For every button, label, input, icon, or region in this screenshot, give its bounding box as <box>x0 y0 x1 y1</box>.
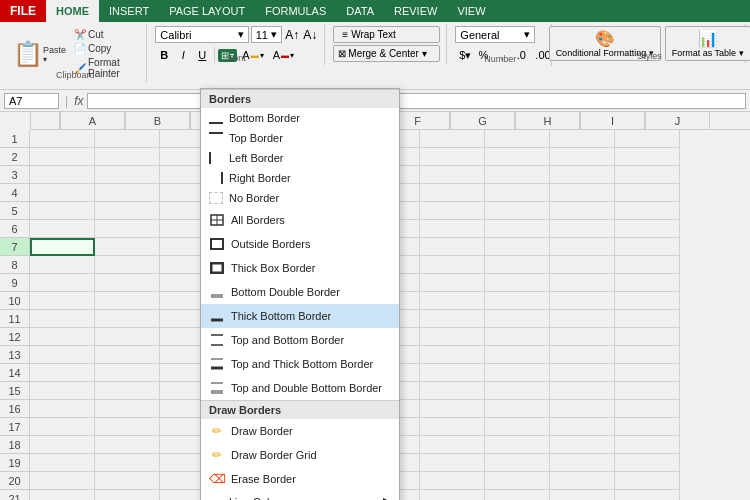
cell-H12[interactable] <box>485 328 550 346</box>
cell-G11[interactable] <box>420 310 485 328</box>
tab-review[interactable]: REVIEW <box>384 0 447 22</box>
cell-H15[interactable] <box>485 382 550 400</box>
cell-B2[interactable] <box>95 148 160 166</box>
cell-J21[interactable] <box>615 490 680 500</box>
draw-border-grid-item[interactable]: ✏ Draw Border Grid <box>201 443 399 467</box>
cell-J15[interactable] <box>615 382 680 400</box>
cell-B5[interactable] <box>95 202 160 220</box>
paste-button[interactable]: 📋 Paste▾ <box>10 38 69 70</box>
cell-I6[interactable] <box>550 220 615 238</box>
cell-G18[interactable] <box>420 436 485 454</box>
wrap-text-button[interactable]: ≡ Wrap Text <box>333 26 440 43</box>
cell-I13[interactable] <box>550 346 615 364</box>
cell-A15[interactable] <box>30 382 95 400</box>
row-header-1[interactable]: 1 <box>0 130 30 148</box>
cell-B19[interactable] <box>95 454 160 472</box>
cell-B6[interactable] <box>95 220 160 238</box>
row-header-21[interactable]: 21 <box>0 490 30 500</box>
cell-A6[interactable] <box>30 220 95 238</box>
cell-G14[interactable] <box>420 364 485 382</box>
cell-G20[interactable] <box>420 472 485 490</box>
row-header-4[interactable]: 4 <box>0 184 30 202</box>
cell-G4[interactable] <box>420 184 485 202</box>
merge-center-button[interactable]: ⊠ Merge & Center ▾ <box>333 45 440 62</box>
cell-I4[interactable] <box>550 184 615 202</box>
cell-J6[interactable] <box>615 220 680 238</box>
cell-A14[interactable] <box>30 364 95 382</box>
col-header-I[interactable]: I <box>580 112 645 129</box>
cell-I16[interactable] <box>550 400 615 418</box>
cell-B9[interactable] <box>95 274 160 292</box>
top-bottom-border-item[interactable]: Top and Bottom Border <box>201 328 399 352</box>
cell-J5[interactable] <box>615 202 680 220</box>
row-header-7[interactable]: 7 <box>0 238 30 256</box>
cell-H19[interactable] <box>485 454 550 472</box>
row-header-16[interactable]: 16 <box>0 400 30 418</box>
left-border-item[interactable]: Left Border <box>201 148 399 168</box>
thick-box-border-item[interactable]: Thick Box Border <box>201 256 399 280</box>
cell-I14[interactable] <box>550 364 615 382</box>
cell-A4[interactable] <box>30 184 95 202</box>
row-header-9[interactable]: 9 <box>0 274 30 292</box>
row-header-19[interactable]: 19 <box>0 454 30 472</box>
cell-J1[interactable] <box>615 130 680 148</box>
row-header-10[interactable]: 10 <box>0 292 30 310</box>
cell-I12[interactable] <box>550 328 615 346</box>
cell-I5[interactable] <box>550 202 615 220</box>
cell-A2[interactable] <box>30 148 95 166</box>
row-header-18[interactable]: 18 <box>0 436 30 454</box>
cell-J3[interactable] <box>615 166 680 184</box>
cell-B7[interactable] <box>95 238 160 256</box>
cell-H17[interactable] <box>485 418 550 436</box>
cell-H3[interactable] <box>485 166 550 184</box>
cell-B21[interactable] <box>95 490 160 500</box>
cell-H11[interactable] <box>485 310 550 328</box>
cell-B11[interactable] <box>95 310 160 328</box>
top-thick-bottom-border-item[interactable]: Top and Thick Bottom Border <box>201 352 399 376</box>
cell-H6[interactable] <box>485 220 550 238</box>
cell-I20[interactable] <box>550 472 615 490</box>
cell-G13[interactable] <box>420 346 485 364</box>
cell-G9[interactable] <box>420 274 485 292</box>
row-header-8[interactable]: 8 <box>0 256 30 274</box>
cell-I9[interactable] <box>550 274 615 292</box>
cell-I1[interactable] <box>550 130 615 148</box>
cell-J17[interactable] <box>615 418 680 436</box>
cell-B16[interactable] <box>95 400 160 418</box>
cell-J18[interactable] <box>615 436 680 454</box>
top-double-bottom-border-item[interactable]: Top and Double Bottom Border <box>201 376 399 400</box>
font-color-button[interactable]: A▬▾ <box>269 47 298 63</box>
cell-B20[interactable] <box>95 472 160 490</box>
cell-A9[interactable] <box>30 274 95 292</box>
cell-G21[interactable] <box>420 490 485 500</box>
cell-J7[interactable] <box>615 238 680 256</box>
row-header-5[interactable]: 5 <box>0 202 30 220</box>
row-header-14[interactable]: 14 <box>0 364 30 382</box>
cell-A13[interactable] <box>30 346 95 364</box>
cell-J20[interactable] <box>615 472 680 490</box>
cell-H4[interactable] <box>485 184 550 202</box>
font-size-selector[interactable]: 11 ▾ <box>251 26 283 43</box>
cell-B17[interactable] <box>95 418 160 436</box>
cell-A20[interactable] <box>30 472 95 490</box>
cell-H5[interactable] <box>485 202 550 220</box>
col-header-B[interactable]: B <box>125 112 190 129</box>
name-box[interactable] <box>4 93 59 109</box>
cell-I2[interactable] <box>550 148 615 166</box>
no-border-item[interactable]: No Border <box>201 188 399 208</box>
thick-bottom-border-item[interactable]: Thick Bottom Border <box>201 304 399 328</box>
cell-H14[interactable] <box>485 364 550 382</box>
decrease-decimal-button[interactable]: .00 <box>531 47 549 64</box>
formula-input[interactable] <box>87 93 746 109</box>
cell-G10[interactable] <box>420 292 485 310</box>
cell-J2[interactable] <box>615 148 680 166</box>
top-border-item[interactable]: Top Border <box>201 128 399 148</box>
cell-J14[interactable] <box>615 364 680 382</box>
cell-G8[interactable] <box>420 256 485 274</box>
number-format-selector[interactable]: General ▾ <box>455 26 535 43</box>
cell-G3[interactable] <box>420 166 485 184</box>
cell-B12[interactable] <box>95 328 160 346</box>
cell-I15[interactable] <box>550 382 615 400</box>
tab-page-layout[interactable]: PAGE LAYOUT <box>159 0 255 22</box>
cell-B8[interactable] <box>95 256 160 274</box>
